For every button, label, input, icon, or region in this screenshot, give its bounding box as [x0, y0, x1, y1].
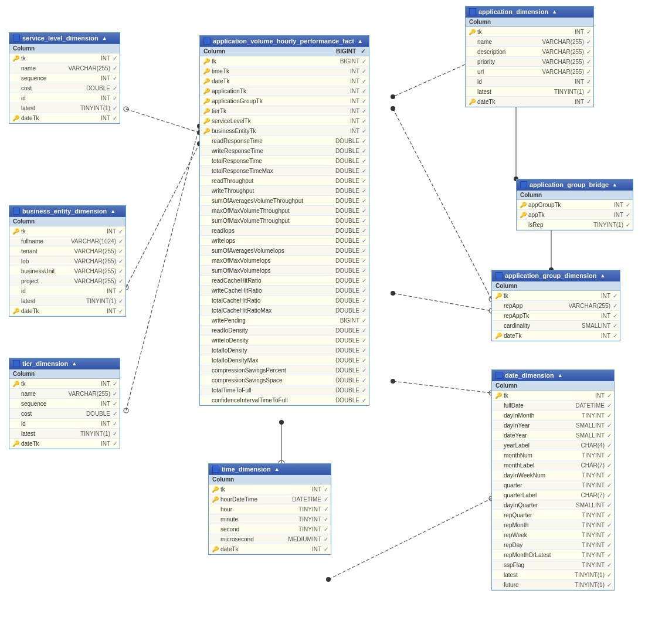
svg-point-9 — [124, 408, 128, 413]
fk-icon: 🔑 — [202, 107, 211, 115]
table-row: sumOfMaxVolumeThroughput DOUBLE ✓ — [200, 216, 369, 226]
spacer-icon — [494, 421, 503, 429]
table-row: 🔑 dateTk INT ✓ — [209, 544, 331, 554]
table-row: repDay TINYINT ✓ — [492, 540, 614, 550]
spacer-icon — [211, 515, 219, 523]
spacer-icon — [12, 247, 20, 255]
table-row: totalIoDensityMax DOUBLE ✓ — [200, 355, 369, 365]
table-row: writeThroughput DOUBLE ✓ — [200, 186, 369, 196]
table-row: latest TINYINT(1) ✓ — [9, 296, 125, 306]
spacer-icon — [202, 316, 211, 324]
spacer-icon — [468, 57, 476, 66]
table-row: sumOfAveragesVolumeIops DOUBLE ✓ — [200, 246, 369, 256]
table-row: 🔑 applicationTk INT ✓ — [200, 86, 369, 96]
table-row: id INT ✓ — [9, 93, 120, 103]
table-row: totalIoDensity DOUBLE ✓ — [200, 345, 369, 355]
table-row: id INT ✓ — [466, 77, 593, 87]
table-row: cardinality SMALLINT ✓ — [492, 321, 620, 331]
table-row: 🔑 appTk INT ✓ — [517, 210, 633, 220]
fk-icon: 🔑 — [519, 211, 527, 219]
spacer-icon — [202, 266, 211, 274]
table-row: id INT ✓ — [9, 419, 120, 429]
table-row: totalTimeToFull DOUBLE ✓ — [200, 385, 369, 395]
table-row: dayInMonth TINYINT ✓ — [492, 411, 614, 420]
table-date-dimension: date_dimension ▲ Column 🔑 tk INT ✓ fullD… — [491, 369, 615, 591]
fk-icon: 🔑 — [202, 77, 211, 85]
table-row: latest TINYINT(1) ✓ — [492, 570, 614, 580]
fk-icon: 🔑 — [202, 127, 211, 135]
spacer-icon — [12, 94, 20, 102]
spacer-icon — [202, 326, 211, 334]
table-row: sumOfMaxVolumeIops DOUBLE ✓ — [200, 266, 369, 276]
table-row: yearLabel CHAR(4) ✓ — [492, 440, 614, 450]
table-application-group-dimension: application_group_dimension ▲ Column 🔑 t… — [491, 270, 620, 341]
col-header-row: Column — [9, 44, 120, 53]
spacer-icon — [468, 67, 476, 76]
table-header-date: date_dimension ▲ — [492, 370, 614, 381]
svg-point-11 — [391, 94, 395, 99]
table-row: id INT ✓ — [9, 286, 125, 296]
table-row: microsecond MEDIUMINT ✓ — [209, 534, 331, 544]
spacer-icon — [211, 525, 219, 533]
table-row: name VARCHAR(255) ✓ — [9, 63, 120, 73]
table-row: repAppTk INT ✓ — [492, 311, 620, 321]
svg-line-24 — [393, 381, 491, 393]
svg-line-7 — [126, 126, 199, 411]
svg-line-4 — [126, 144, 199, 287]
table-time-dimension: time_dimension ▲ Column 🔑 tk INT ✓ 🔑 hou… — [208, 463, 331, 555]
table-row: businessUnit VARCHAR(255) ✓ — [9, 266, 125, 276]
table-row: 🔑 businessEntityTk INT ✓ — [200, 126, 369, 136]
table-icon — [520, 181, 527, 188]
table-row: fullname VARCHAR(1024) ✓ — [9, 236, 125, 246]
table-row: 🔑 tk INT ✓ — [492, 291, 620, 301]
svg-point-29 — [279, 420, 284, 425]
table-row: repMonth TINYINT ✓ — [492, 520, 614, 530]
table-row: 🔑 dateTk INT ✓ — [9, 113, 120, 123]
svg-point-25 — [391, 379, 395, 384]
spacer-icon — [12, 84, 20, 92]
table-row: 🔑 tk INT ✓ — [492, 391, 614, 401]
table-title: time_dimension — [222, 466, 271, 473]
table-row: project VARCHAR(255) ✓ — [9, 276, 125, 286]
col-header-row: Column — [492, 282, 620, 291]
fk-icon: 🔑 — [202, 87, 211, 95]
table-business-entity-dimension: business_entity_dimension ▲ Column 🔑 tk … — [9, 205, 126, 317]
fk-icon: 🔑 — [202, 67, 211, 75]
col-header-row: Column — [209, 475, 331, 484]
table-row: 🔑 dateTk INT ✓ — [9, 306, 125, 316]
table-row: writeIops DOUBLE ✓ — [200, 236, 369, 246]
table-row: 🔑 dateTk INT ✓ — [200, 76, 369, 86]
table-row: quarter TINYINT ✓ — [492, 480, 614, 490]
key-icon: 🔑 — [12, 54, 20, 62]
table-row: 🔑 tk INT ✓ — [9, 379, 120, 389]
table-title: application_volume_hourly_performance_fa… — [213, 38, 354, 45]
spacer-icon — [494, 561, 503, 569]
spacer-icon — [211, 505, 219, 513]
spacer-icon — [202, 346, 211, 354]
fk-icon: 🔑 — [12, 307, 20, 315]
table-header: service_level_dimension ▲ — [9, 33, 120, 44]
spacer-icon — [202, 216, 211, 225]
table-header-agbridge: application_group_bridge ▲ — [517, 179, 633, 191]
spacer-icon — [202, 206, 211, 215]
table-title: date_dimension — [505, 372, 554, 379]
spacer-icon — [202, 296, 211, 304]
table-icon — [13, 208, 20, 215]
table-row: minute TINYINT ✓ — [209, 514, 331, 524]
spacer-icon — [202, 256, 211, 264]
table-row: totalResponseTimeMax DOUBLE ✓ — [200, 166, 369, 176]
table-row: totalResponseTime DOUBLE ✓ — [200, 156, 369, 166]
spacer-icon — [12, 409, 20, 418]
col-header-row: Column — [492, 381, 614, 391]
table-row: second TINYINT ✓ — [209, 524, 331, 534]
table-row: sumOfAveragesVolumeThroughput DOUBLE ✓ — [200, 196, 369, 206]
spacer-icon — [202, 276, 211, 284]
table-row: fullDate DATETIME ✓ — [492, 401, 614, 411]
spacer-icon — [12, 399, 20, 408]
table-row: 🔑 tk BIGINT ✓ — [200, 56, 369, 66]
spacer-icon — [12, 74, 20, 82]
table-row: monthNum TINYINT ✓ — [492, 450, 614, 460]
table-row: 🔑 tierTk INT ✓ — [200, 106, 369, 116]
table-row: writeIoDensity DOUBLE ✓ — [200, 335, 369, 345]
table-header-application-dimension: application_dimension ▲ — [466, 6, 593, 18]
